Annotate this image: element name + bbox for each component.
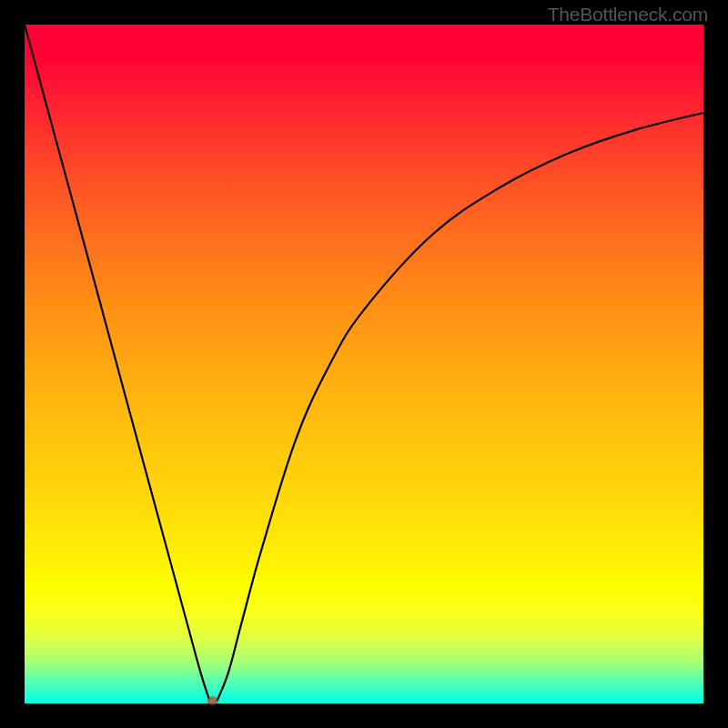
- right-branch-curve: [217, 113, 703, 702]
- left-branch-curve: [25, 25, 209, 700]
- minimum-marker: [207, 696, 218, 705]
- chart-plot-area: [25, 25, 703, 703]
- attribution-text: TheBottleneck.com: [548, 4, 708, 25]
- curve-layer: [25, 25, 703, 703]
